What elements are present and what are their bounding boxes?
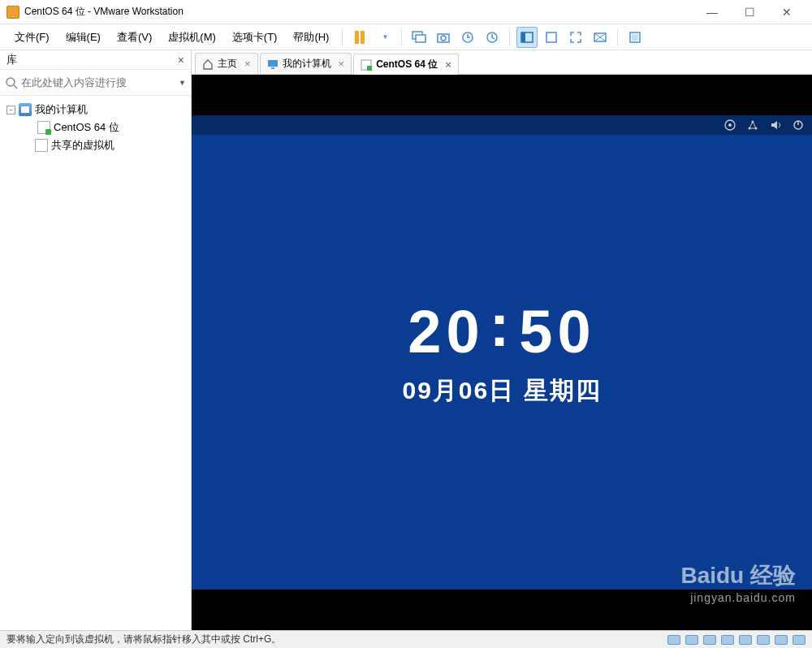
search-icon [5, 76, 18, 89]
tab-centos[interactable]: CentOS 64 位 × [353, 54, 459, 75]
svg-point-3 [441, 36, 446, 41]
device-usb-icon[interactable] [721, 635, 734, 645]
guest-date: 09月06日 星期四 [402, 374, 601, 408]
home-icon [202, 58, 214, 70]
menu-vm[interactable]: 虚拟机(M) [160, 24, 224, 50]
app-icon [6, 6, 19, 19]
clock-hours: 20 [408, 297, 484, 366]
menu-edit[interactable]: 编辑(E) [58, 24, 109, 50]
shared-icon [35, 139, 48, 152]
collapse-icon[interactable]: - [6, 106, 15, 114]
accessibility-icon[interactable] [724, 119, 736, 131]
tab-label: 我的计算机 [283, 57, 331, 71]
tab-label: CentOS 64 位 [376, 58, 438, 71]
library-button[interactable] [624, 27, 646, 48]
menubar: 文件(F) 编辑(E) 查看(V) 虚拟机(M) 选项卡(T) 帮助(H) ▼ [0, 24, 812, 50]
unity-icon [593, 30, 607, 45]
device-net-icon[interactable] [703, 635, 716, 645]
device-sound-icon[interactable] [739, 635, 752, 645]
close-button[interactable]: ✕ [768, 0, 806, 24]
monitor-icon [412, 30, 426, 45]
maximize-button[interactable]: ☐ [731, 0, 768, 24]
guest-clock: 20 : 50 [408, 297, 595, 366]
device-misc-icon[interactable] [793, 635, 806, 645]
tab-close[interactable]: × [244, 58, 251, 70]
vm-running-icon [361, 59, 372, 71]
power-dropdown[interactable]: ▼ [374, 27, 395, 48]
titlebar: CentOS 64 位 - VMware Workstation — ☐ ✕ [0, 0, 812, 24]
tab-close[interactable]: × [445, 58, 451, 71]
view-console-button[interactable] [516, 27, 538, 48]
volume-icon[interactable] [770, 119, 781, 131]
separator [401, 28, 402, 46]
vm-view[interactable]: 20 : 50 09月06日 星期四 Baidu 经验 jingyan.baid… [192, 75, 812, 630]
clock-colon: : [490, 291, 515, 360]
separator [509, 28, 510, 46]
snapshot-button[interactable] [433, 27, 454, 48]
pause-icon [355, 31, 365, 44]
sidebar-header: 库 × [0, 50, 191, 70]
minimize-button[interactable]: — [693, 0, 731, 24]
svg-rect-11 [632, 34, 638, 41]
letterbox-bottom [192, 590, 812, 630]
tree-label: CentOS 64 位 [54, 120, 119, 135]
tree-node-my-computer[interactable]: - 我的计算机 [0, 101, 191, 119]
svg-rect-13 [268, 60, 278, 67]
library-icon [628, 30, 642, 45]
main: 库 × ▼ - 我的计算机 CentOS 64 位 共享的虚拟机 [0, 50, 812, 630]
menu-file[interactable]: 文件(F) [6, 24, 58, 50]
snapshot-revert-button[interactable] [482, 27, 503, 48]
separator [617, 28, 618, 46]
sidebar-close-button[interactable]: × [178, 54, 184, 67]
view-thumbnail-button[interactable] [541, 27, 562, 48]
device-display-icon[interactable] [775, 635, 788, 645]
clock-icon [485, 30, 499, 45]
network-icon[interactable] [747, 119, 758, 131]
tab-my-computer[interactable]: 我的计算机 × [260, 53, 352, 74]
svg-rect-8 [546, 32, 556, 42]
fullscreen-icon [568, 30, 583, 45]
status-bar: 要将输入定向到该虚拟机，请将鼠标指针移入其中或按 Ctrl+G。 [0, 630, 812, 648]
monitor-icon [267, 58, 279, 70]
tree-label: 共享的虚拟机 [51, 138, 114, 153]
menu-view[interactable]: 查看(V) [109, 24, 160, 50]
search-input[interactable] [21, 76, 175, 89]
svg-rect-1 [416, 35, 425, 42]
svg-point-18 [728, 123, 732, 127]
power-icon[interactable] [793, 119, 804, 131]
pause-button[interactable] [349, 27, 370, 48]
device-hdd-icon[interactable] [667, 635, 680, 645]
tree-node-centos[interactable]: CentOS 64 位 [0, 119, 191, 136]
fullscreen-button[interactable] [565, 27, 586, 48]
svg-rect-14 [271, 67, 274, 69]
sidebar-tree: - 我的计算机 CentOS 64 位 共享的虚拟机 [0, 96, 191, 159]
svg-rect-16 [367, 66, 372, 71]
vm-icon [37, 121, 50, 134]
sidebar-search: ▼ [0, 70, 191, 96]
svg-point-12 [6, 78, 15, 86]
separator [342, 28, 343, 46]
sidebar: 库 × ▼ - 我的计算机 CentOS 64 位 共享的虚拟机 [0, 50, 192, 630]
clock-minutes: 50 [519, 297, 595, 366]
clock-revert-icon [460, 30, 475, 45]
tab-home[interactable]: 主页 × [195, 53, 258, 74]
spacer [23, 141, 32, 150]
tree-node-shared[interactable]: 共享的虚拟机 [0, 136, 191, 154]
menu-help[interactable]: 帮助(H) [285, 24, 337, 50]
letterbox-top [192, 75, 812, 115]
send-ctrl-alt-del-button[interactable] [408, 27, 430, 48]
device-cd-icon[interactable] [685, 635, 698, 645]
device-printer-icon[interactable] [757, 635, 770, 645]
guest-desktop[interactable]: 20 : 50 09月06日 星期四 [192, 115, 812, 590]
menu-tabs[interactable]: 选项卡(T) [224, 24, 286, 50]
unity-button[interactable] [590, 27, 611, 48]
tab-label: 主页 [218, 57, 237, 71]
search-dropdown[interactable]: ▼ [179, 79, 186, 87]
sidebar-title: 库 [6, 53, 17, 67]
snapshot-manager-button[interactable] [457, 27, 478, 48]
chevron-down-icon: ▼ [382, 33, 388, 41]
thumbnail-icon [544, 30, 559, 45]
tab-close[interactable]: × [339, 58, 345, 70]
console-icon [520, 30, 534, 45]
window-title: CentOS 64 位 - VMware Workstation [24, 5, 693, 19]
